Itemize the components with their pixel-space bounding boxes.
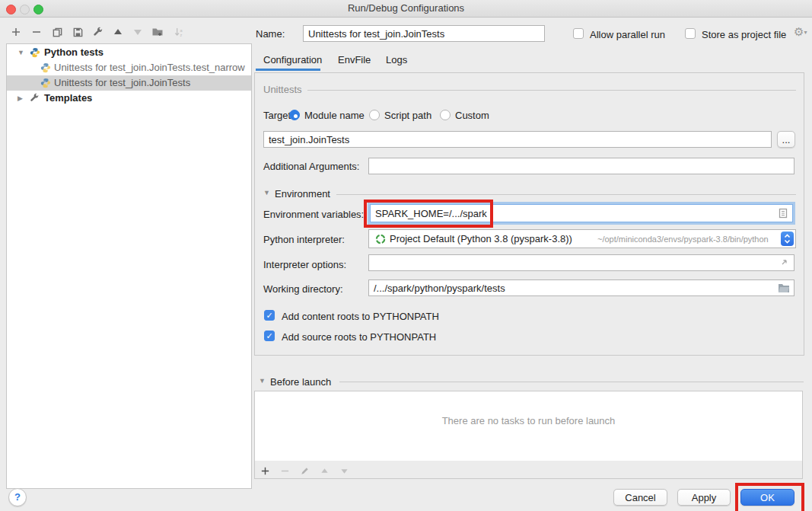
python-icon	[30, 47, 40, 60]
tree-item-templates[interactable]: ▶ Templates	[7, 91, 251, 106]
python-interpreter-value: Project Default (Python 3.8 (pyspark-3.8…	[390, 233, 572, 244]
divider	[307, 90, 796, 91]
cancel-button[interactable]: Cancel	[613, 489, 667, 506]
add-content-roots-checkbox[interactable]: ✓	[264, 310, 275, 321]
folder-browse-icon[interactable]	[778, 283, 790, 295]
configurations-tree: ▼ Python tests Unittests for test_join.J…	[6, 43, 252, 489]
python-icon	[40, 78, 51, 91]
add-source-roots-label: Add source roots to PYTHONPATH	[282, 331, 436, 343]
expand-field-icon[interactable]	[779, 257, 789, 270]
add-content-roots-label: Add content roots to PYTHONPATH	[282, 311, 439, 323]
tree-item-label: Unittests for test_join.JoinTests	[54, 75, 190, 91]
move-up-icon[interactable]	[111, 25, 125, 39]
tree-item-label: Templates	[44, 91, 92, 106]
python-interpreter-select[interactable]: Project Default (Python 3.8 (pyspark-3.8…	[368, 229, 796, 248]
browse-module-button[interactable]: ...	[777, 131, 795, 148]
copy-icon[interactable]	[50, 25, 64, 39]
gear-icon[interactable]: ⚙▾	[794, 25, 807, 39]
add-icon[interactable]	[258, 464, 272, 477]
divider	[336, 194, 796, 195]
chevron-down-icon[interactable]: ▼	[18, 45, 24, 60]
store-as-project-file-checkbox[interactable]	[685, 28, 696, 39]
allow-parallel-run-label: Allow parallel run	[590, 29, 665, 41]
stepper-icon[interactable]	[781, 232, 794, 246]
divider	[339, 382, 804, 382]
tree-item-unittest-narrow[interactable]: Unittests for test_join.JoinTests.test_n…	[7, 60, 251, 75]
radio-module-name[interactable]	[289, 110, 300, 120]
tree-item-python-tests[interactable]: ▼ Python tests	[7, 45, 251, 60]
environment-variables-label: Environment variables:	[263, 209, 364, 221]
allow-parallel-run-checkbox[interactable]	[573, 28, 584, 39]
new-folder-icon[interactable]	[151, 25, 164, 39]
before-launch-title[interactable]: Before launch	[270, 376, 331, 388]
tree-item-label: Unittests for test_join.JoinTests.test_n…	[54, 60, 245, 75]
add-icon[interactable]	[9, 25, 23, 39]
before-launch-collapse-icon[interactable]: ▼	[259, 377, 266, 385]
name-input[interactable]	[303, 25, 545, 42]
move-down-icon	[337, 464, 351, 477]
working-directory-input[interactable]	[368, 279, 794, 296]
radio-custom[interactable]	[440, 110, 451, 120]
radio-module-name-label: Module name	[304, 110, 365, 122]
python-icon	[40, 62, 51, 75]
working-directory-label: Working directory:	[263, 283, 343, 295]
help-button[interactable]: ?	[8, 488, 27, 506]
active-tab-underline	[256, 69, 320, 71]
window-title: Run/Debug Configurations	[0, 0, 812, 17]
interpreter-options-input[interactable]	[368, 254, 794, 271]
edit-variables-icon[interactable]	[778, 208, 788, 221]
unittests-group-title: Unittests	[263, 84, 302, 96]
environment-section-title[interactable]: Environment	[275, 188, 330, 200]
before-launch-task-list[interactable]: There are no tasks to run before launch	[254, 391, 803, 461]
svg-text:z: z	[180, 33, 182, 37]
before-launch-empty-message: There are no tasks to run before launch	[255, 415, 802, 426]
apply-button[interactable]: Apply	[677, 489, 731, 506]
name-label: Name:	[256, 28, 285, 40]
chevron-right-icon[interactable]: ▶	[18, 91, 23, 106]
tree-item-unittest-jointests-selected[interactable]: Unittests for test_join.JoinTests	[7, 75, 251, 91]
tab-configuration[interactable]: Configuration	[263, 52, 322, 69]
remove-icon	[278, 464, 291, 477]
tab-logs[interactable]: Logs	[386, 52, 407, 69]
environment-variables-input[interactable]	[370, 204, 793, 222]
ok-button[interactable]: OK	[740, 489, 794, 506]
store-as-project-file-label: Store as project file	[702, 29, 786, 41]
run-debug-configurations-dialog: Run/Debug Configurations az ▼ Python tes…	[0, 0, 812, 511]
environment-collapse-icon[interactable]: ▼	[263, 189, 270, 196]
radio-custom-label: Custom	[455, 110, 489, 122]
add-source-roots-checkbox[interactable]: ✓	[264, 331, 275, 341]
interpreter-options-label: Interpreter options:	[263, 259, 346, 271]
radio-script-path[interactable]	[369, 110, 380, 120]
move-up-icon	[317, 464, 331, 477]
module-name-input[interactable]	[263, 131, 772, 148]
wrench-icon	[30, 93, 40, 106]
edit-icon	[298, 464, 311, 477]
remove-icon[interactable]	[30, 25, 43, 39]
svg-text:a: a	[180, 27, 183, 32]
tab-envfile[interactable]: EnvFile	[338, 52, 371, 69]
conda-environment-icon	[375, 234, 386, 247]
additional-arguments-label: Additional Arguments:	[263, 161, 359, 173]
tree-item-label: Python tests	[44, 45, 103, 60]
radio-script-path-label: Script path	[384, 110, 431, 122]
python-interpreter-path: ~/opt/miniconda3/envs/pyspark-3.8/bin/py…	[597, 235, 769, 244]
sort-alphabetically-icon: az	[172, 25, 186, 39]
save-icon[interactable]	[71, 25, 84, 39]
python-interpreter-label: Python interpreter:	[263, 234, 345, 246]
move-down-icon	[131, 25, 145, 39]
edit-templates-icon[interactable]	[91, 25, 105, 39]
additional-arguments-input[interactable]	[368, 158, 794, 174]
